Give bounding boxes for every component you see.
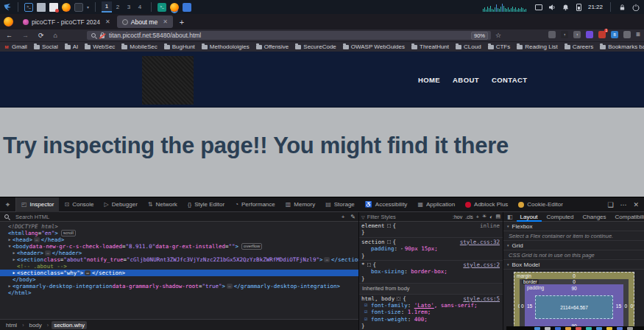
selector-highlighter-icon[interactable] (387, 224, 391, 228)
filter-styles-input[interactable]: Filter Styles (367, 214, 396, 220)
markup-line[interactable]: <!-- .about --> (0, 263, 358, 270)
markup-line[interactable]: <!DOCTYPE html> (0, 223, 358, 230)
terminal-launcher-icon[interactable]: >_ (24, 3, 33, 12)
nav-link-about[interactable]: ABOUT (453, 76, 479, 84)
print-sim-icon[interactable]: ▤ (495, 214, 500, 220)
markup-line[interactable]: ▶<section class="about" notify_true="cGl… (0, 256, 358, 263)
css-declaration[interactable]: padding: ▸90px 15px; (359, 245, 503, 252)
devtools-menu-icon[interactable]: ⋯ (620, 201, 626, 208)
flexbox-section-header[interactable]: ▾Flexbox (503, 222, 644, 231)
tab-close-icon[interactable]: ✕ (103, 18, 110, 25)
tab-layout[interactable]: Layout (517, 212, 542, 222)
markup-line[interactable]: ▶<grammarly-desktop-integration data-gra… (0, 283, 358, 289)
rule-selector-line[interactable]: element{inline (359, 222, 503, 229)
tab-changes[interactable]: Changes (579, 212, 610, 222)
volume-icon[interactable] (548, 3, 556, 11)
sidebar-collapse-icon[interactable]: ◧ (505, 214, 515, 220)
notifications-bell-icon[interactable] (562, 3, 570, 11)
light-mode-sim-icon[interactable]: ☀ (482, 214, 486, 220)
app-window-button[interactable] (183, 3, 191, 12)
battery-icon[interactable] (575, 3, 583, 11)
bookmark-methodoloigies[interactable]: Methodoloigies (202, 43, 250, 50)
display-icon[interactable] (535, 3, 543, 11)
box-model-margin[interactable]: margin 0 0 0 border 0 0 0 0 padding (514, 272, 634, 330)
breadcrumb-item[interactable]: body (26, 321, 43, 329)
class-panel-button[interactable]: .cls (465, 214, 473, 220)
share-icon[interactable]: ↑ (573, 31, 581, 38)
file-manager-icon[interactable] (37, 3, 46, 12)
bookmark-reading-list[interactable]: Reading List (517, 43, 557, 50)
pick-element-icon[interactable]: ⌖ (0, 197, 16, 212)
devtools-tab-accessibility[interactable]: ♿Accessibility (360, 197, 413, 212)
zoom-level-indicator[interactable]: 90% (471, 32, 488, 40)
rule-selector-line[interactable]: *{style.css:2 (359, 261, 503, 268)
pocket-icon[interactable] (548, 31, 556, 38)
workspace-button-1[interactable]: 1 (102, 1, 112, 13)
bookmark-websec[interactable]: WebSec (85, 43, 115, 50)
box-model-border[interactable]: border 0 0 0 0 padding 90 15 15 90 (520, 279, 629, 330)
css-declaration[interactable]: ☑font-family: 'Lato', sans-serif; (359, 302, 503, 309)
css-declaration[interactable]: ☑font-size: 1.1rem; (359, 309, 503, 315)
bookmark-mobilesec[interactable]: MobileSec (121, 43, 157, 50)
pseudo-class-button[interactable]: :hov (453, 214, 462, 220)
text-editor-icon[interactable] (49, 3, 58, 12)
bookmark-cloud[interactable]: CLoud (456, 43, 481, 50)
bookmark-securecode[interactable]: SecureCode (295, 43, 336, 50)
markup-line[interactable]: ▶<head>⋯</head> (0, 236, 358, 243)
kali-menu-icon[interactable] (3, 3, 12, 12)
bookmark-bookmarks-bar[interactable]: Bookmarks bar (600, 43, 644, 50)
selector-highlighter-icon[interactable] (367, 263, 371, 267)
clock[interactable]: 21:22 (588, 4, 603, 10)
bookmark-bughunt[interactable]: BugHunt (164, 43, 195, 50)
css-declaration[interactable]: box-sizing: border-box; (359, 268, 503, 275)
padding-top-value[interactable]: 90 (571, 286, 576, 291)
add-rule-icon[interactable]: + (476, 214, 479, 220)
bug-extension-icon[interactable]: B (611, 31, 618, 38)
browser-tab-picoctf[interactable]: picoCTF - picoCTF 2024 ✕ (18, 15, 116, 28)
padding-right-value[interactable]: 15 (616, 303, 621, 309)
bookmark-offensive[interactable]: Offensive (256, 43, 289, 50)
collapsed-content-icon[interactable]: ⋯ (45, 250, 51, 256)
expand-shorthand-icon[interactable]: ▸ (401, 245, 403, 252)
markup-line[interactable]: </body> (0, 276, 358, 283)
expand-arrow-icon[interactable]: ▼ (7, 243, 13, 250)
markup-line[interactable]: ▶<header>⋯</header> (0, 250, 358, 256)
url-bar[interactable]: titan.picoctf.net:58480/about.html 90% (87, 31, 491, 40)
expand-arrow-icon[interactable]: ▶ (11, 256, 17, 263)
password-manager-icon[interactable]: 1 (598, 31, 606, 38)
workspace-button-3[interactable]: 3 (124, 1, 134, 13)
rule-source-link[interactable]: style.css:5 (463, 295, 503, 302)
declaration-checkbox[interactable]: ☑ (364, 316, 371, 323)
expand-arrow-icon[interactable]: ▶ (7, 236, 13, 243)
padding-left-value[interactable]: 15 (527, 303, 532, 309)
bookmark-ctfs[interactable]: CTFs (488, 43, 511, 50)
bookmark-star-icon[interactable]: ☆ (495, 32, 501, 39)
devtools-tab-adblock-plus[interactable]: Adblock Plus (460, 197, 513, 212)
insecure-lock-icon[interactable] (99, 32, 105, 39)
markup-line[interactable]: </html> (0, 289, 358, 296)
forward-button[interactable]: → (22, 32, 29, 39)
lock-screen-icon[interactable] (618, 3, 626, 11)
tab-computed[interactable]: Computed (543, 212, 578, 222)
box-model-content[interactable]: 2114×64.567 (535, 295, 613, 319)
url-text[interactable]: titan.picoctf.net:58480/about.html (109, 32, 201, 39)
extension-purple-icon[interactable] (586, 31, 593, 38)
selector-highlighter-icon[interactable] (387, 240, 391, 244)
dark-mode-sim-icon[interactable]: ◐ (489, 214, 492, 220)
workspace-button-4[interactable]: 4 (135, 1, 145, 13)
markup-line[interactable]: ▼<body data-new-gr-c-s-check-loaded="8.9… (0, 243, 358, 250)
border-top-value[interactable]: 0 (573, 279, 576, 284)
browser-tab-about-me[interactable]: About me ✕ (117, 15, 173, 28)
grid-section-header[interactable]: ▾Grid (503, 241, 644, 250)
devtools-tab-network[interactable]: ⇅Network (143, 197, 183, 212)
breadcrumb-item[interactable]: section.why (52, 321, 87, 329)
rule-source-link[interactable]: style.css:2 (463, 261, 503, 268)
devtools-tab-style-editor[interactable]: {}Style Editor (183, 197, 230, 212)
expand-arrow-icon[interactable]: ▶ (11, 250, 17, 256)
collapsed-content-icon[interactable]: ⋯ (324, 257, 330, 262)
border-left-value[interactable]: 0 (521, 303, 524, 309)
markup-line[interactable]: <html lang="en">scroll (0, 230, 358, 236)
devtools-tab-application[interactable]: ▦Application (412, 197, 460, 212)
collapsed-content-icon[interactable]: ⋯ (85, 270, 91, 275)
selector-highlighter-icon[interactable] (397, 297, 400, 301)
